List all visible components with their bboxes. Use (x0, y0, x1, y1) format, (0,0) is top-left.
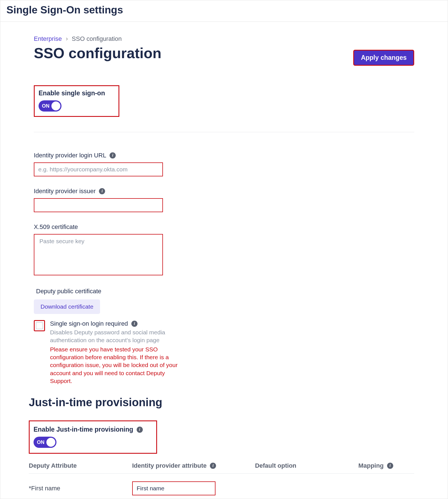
x509-label-text: X.509 certificate (34, 223, 78, 231)
toggle-state-text: ON (42, 103, 49, 109)
toggle-knob (51, 101, 60, 110)
toggle-state-text: ON (37, 439, 44, 445)
idp-url-label: Identity provider login URL (34, 152, 414, 159)
enable-sso-block: Enable single sign-on ON (34, 85, 119, 117)
enable-sso-toggle[interactable]: ON (39, 100, 61, 112)
breadcrumb: Enterprise › SSO configuration (34, 35, 414, 42)
deputy-cert-group: Deputy public certificate Download certi… (34, 288, 414, 385)
content: Enterprise › SSO configuration SSO confi… (0, 22, 448, 499)
page-title: SSO configuration (34, 45, 161, 62)
info-icon[interactable] (110, 152, 116, 159)
enable-jit-label-text: Enable Just-in-time provisioning (34, 426, 133, 433)
sso-required-label-text: Single sign-on login required (50, 320, 128, 327)
toggle-knob (46, 438, 55, 447)
settings-panel: Single Sign-On settings Enterprise › SSO… (0, 0, 448, 499)
deputy-cert-label-text: Deputy public certificate (36, 288, 101, 295)
col-idp-attribute: Identity provider attribute (132, 462, 255, 469)
x509-group: X.509 certificate (34, 223, 414, 276)
info-icon[interactable] (387, 463, 393, 469)
jit-heading: Just-in-time provisioning (29, 396, 414, 409)
idp-issuer-label: Identity provider issuer (34, 188, 414, 195)
download-certificate-button[interactable]: Download certificate (34, 299, 100, 314)
idp-issuer-label-text: Identity provider issuer (34, 188, 96, 195)
x509-label: X.509 certificate (34, 223, 414, 231)
info-icon[interactable] (99, 188, 105, 194)
sso-required-checkbox[interactable] (36, 322, 43, 329)
idp-url-group: Identity provider login URL (34, 152, 414, 176)
sso-required-texts: Single sign-on login required Disables D… (50, 320, 181, 385)
idp-issuer-group: Identity provider issuer (34, 188, 414, 212)
sso-required-warning: Please ensure you have tested your SSO c… (50, 346, 181, 385)
col-default-option: Default option (255, 462, 358, 469)
idp-attr-firstname-input[interactable] (132, 481, 215, 495)
enable-jit-label: Enable Just-in-time provisioning (34, 426, 143, 433)
deputy-cert-label: Deputy public certificate (36, 288, 414, 295)
sso-required-checkbox-highlight (34, 320, 45, 331)
info-icon[interactable] (131, 321, 138, 327)
title-row: SSO configuration Apply changes (34, 45, 414, 66)
sso-required-desc: Disables Deputy password and social medi… (50, 328, 181, 344)
header-bar: Single Sign-On settings (0, 0, 448, 22)
sso-required-row: Single sign-on login required Disables D… (34, 320, 414, 385)
enable-jit-block: Enable Just-in-time provisioning ON (29, 420, 157, 454)
col-deputy-attribute: Deputy Attribute (29, 462, 132, 469)
idp-url-input[interactable] (34, 162, 163, 176)
breadcrumb-current: SSO configuration (72, 35, 122, 42)
idp-issuer-input[interactable] (34, 198, 163, 212)
idp-url-label-text: Identity provider login URL (34, 152, 106, 159)
col-mapping-text: Mapping (358, 462, 383, 469)
divider (34, 132, 414, 132)
info-icon[interactable] (137, 427, 143, 433)
header-title: Single Sign-On settings (6, 4, 442, 16)
col-mapping: Mapping (358, 462, 414, 469)
breadcrumb-root[interactable]: Enterprise (34, 35, 62, 42)
table-row: *First name (29, 481, 414, 495)
chevron-right-icon: › (66, 35, 68, 42)
deputy-attr-firstname: *First name (29, 485, 132, 492)
x509-input[interactable] (34, 234, 163, 275)
enable-jit-toggle[interactable]: ON (34, 437, 56, 448)
enable-sso-label: Enable single sign-on (39, 89, 105, 97)
attribute-table-header: Deputy Attribute Identity provider attri… (29, 462, 414, 474)
apply-changes-button[interactable]: Apply changes (353, 50, 414, 66)
sso-required-label: Single sign-on login required (50, 320, 181, 327)
col-idp-attribute-text: Identity provider attribute (132, 462, 207, 469)
info-icon[interactable] (210, 463, 216, 469)
